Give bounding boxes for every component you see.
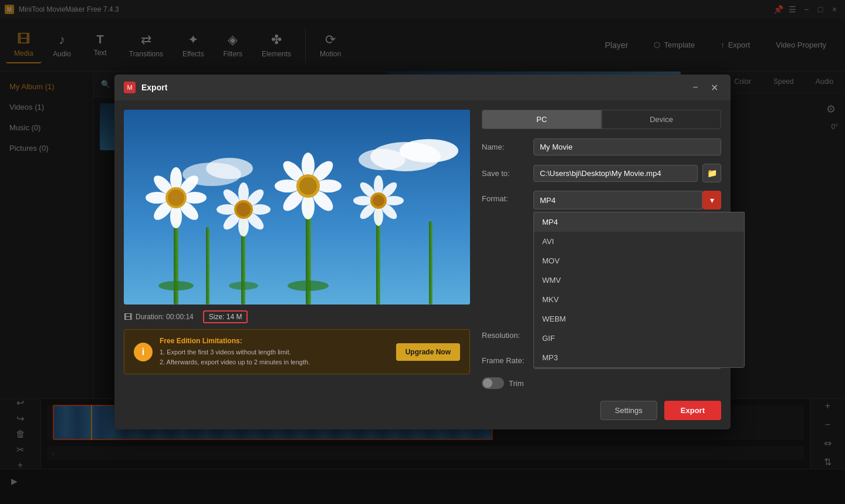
free-edition-box: i Free Edition Limitations: 1. Export th… [124,329,470,374]
format-option-mp4[interactable]: MP4 [534,212,744,232]
tab-device[interactable]: Device [601,110,721,129]
export-dialog: M Export − ✕ [114,75,731,429]
film-icon: 🎞 [124,312,132,322]
format-option-mp3[interactable]: MP3 [534,348,744,367]
svg-point-2 [400,139,458,163]
format-select-wrap: MP4 ▾ [533,191,721,209]
svg-point-54 [288,280,329,291]
browse-button[interactable]: 📁 [702,164,721,182]
format-select-container: MP4 ▾ MP4 AVI MOV WMV MKV WEBM GIF [533,191,721,209]
dialog-title-bar: M Export − ✕ [114,75,731,100]
free-edition-title: Free Edition Limitations: [160,337,389,345]
free-edition-line2: 2. Afterwards, export video up to 2 minu… [160,357,389,367]
svg-point-5 [206,158,253,179]
tab-device-label: Device [650,115,673,124]
name-label: Name: [482,143,529,151]
format-display[interactable]: MP4 [533,191,702,209]
format-dropdown: MP4 AVI MOV WMV MKV WEBM GIF MP3 [533,212,745,368]
format-option-webm[interactable]: WEBM [534,309,744,329]
size-badge: Size: 14 M [203,310,248,323]
saveto-label: Save to: [482,169,529,178]
framerate-label: Frame Rate: [482,356,529,365]
format-option-avi[interactable]: AVI [534,232,744,251]
svg-point-48 [353,196,373,205]
svg-point-41 [299,177,317,195]
dialog-meta: 🎞 Duration: 00:00:14 Size: 14 M [124,310,470,323]
svg-point-3 [359,149,405,170]
format-dropdown-button[interactable]: ▾ [702,191,721,209]
name-input[interactable] [533,138,721,155]
svg-point-21 [168,190,184,206]
upgrade-button[interactable]: Upgrade Now [396,343,460,361]
svg-point-51 [373,195,384,207]
dialog-settings-button[interactable]: Settings [600,401,657,420]
dialog-title: Export [141,83,167,92]
dialog-body: 🎞 Duration: 00:00:14 Size: 14 M i Free E… [114,100,731,429]
duration-item: 🎞 Duration: 00:00:14 [124,312,194,322]
duration-value: Duration: 00:00:14 [136,313,194,321]
free-edition-line1: 1. Export the first 3 videos without len… [160,347,389,357]
svg-point-52 [158,281,194,290]
svg-rect-10 [429,221,432,305]
dialog-title-btns: − ✕ [688,80,721,94]
svg-point-46 [374,206,383,226]
info-icon: i [134,343,153,361]
svg-point-53 [229,282,258,290]
dialog-title-left: M Export [124,82,167,93]
dialog-footer: Settings Export [482,401,721,420]
tab-pc[interactable]: PC [482,110,601,129]
svg-point-31 [236,202,251,217]
free-edition-text: Free Edition Limitations: 1. Export the … [160,337,389,367]
format-value: MP4 [540,196,556,205]
preview-image [124,110,470,305]
dialog-close-button[interactable]: ✕ [707,80,721,94]
svg-rect-11 [206,227,209,305]
pc-device-tabs: PC Device [482,110,721,129]
format-option-gif[interactable]: GIF [534,329,744,348]
toggle-knob [483,378,492,388]
svg-point-44 [384,196,404,205]
size-value: Size: 14 M [209,313,242,321]
trim-row: Trim [482,377,721,389]
format-row: Format: MP4 ▾ MP4 AVI MOV [482,191,721,209]
trim-toggle[interactable] [482,377,504,389]
format-option-wmv[interactable]: WMV [534,270,744,290]
saveto-row: Save to: 📁 [482,164,721,182]
format-option-mkv[interactable]: MKV [534,290,744,309]
format-option-mov[interactable]: MOV [534,251,744,270]
name-row: Name: [482,138,721,155]
dialog-settings: PC Device Name: Save to: 📁 [482,110,721,420]
resolution-label: Resolution: [482,331,529,340]
svg-point-42 [374,175,383,195]
dialog-overlay: M Export − ✕ [0,0,845,504]
dialog-preview: 🎞 Duration: 00:00:14 Size: 14 M i Free E… [124,110,470,420]
tab-pc-label: PC [536,115,547,124]
saveto-input[interactable] [533,165,698,182]
trim-label: Trim [509,379,524,388]
dialog-minimize-button[interactable]: − [688,80,702,94]
dialog-icon: M [124,82,136,93]
dialog-export-button[interactable]: Export [664,401,721,420]
format-label: Format: [482,191,529,203]
